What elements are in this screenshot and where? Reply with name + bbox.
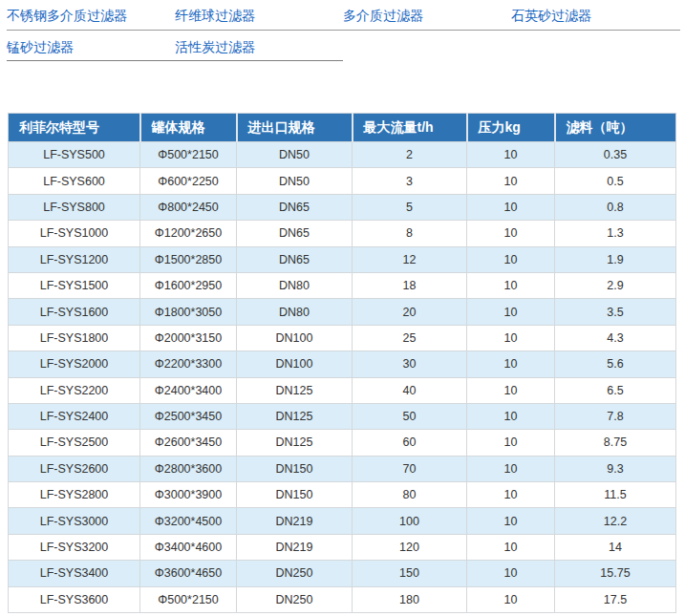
header-inlet-outlet-spec: 进出口规格: [237, 114, 353, 142]
table-cell: 10: [467, 482, 555, 508]
table-cell: DN80: [237, 299, 353, 325]
nav-link-multimedia-filter[interactable]: 多介质过滤器: [343, 8, 423, 23]
table-cell: LF-SYS2800: [9, 482, 140, 508]
table-cell: 8: [353, 221, 467, 246]
product-nav: 不锈钢多介质过滤器 纤维球过滤器 多介质过滤器 石英砂过滤器 锰砂过滤器 活性炭…: [0, 0, 685, 61]
table-row: LF-SYS800Φ800*2450DN655100.8: [9, 194, 676, 220]
table-cell: 50: [353, 403, 467, 429]
table-cell: Φ2500*3450: [140, 403, 237, 429]
table-cell: Φ2800*3600: [140, 456, 237, 481]
table-cell: 5: [353, 194, 467, 220]
nav-link-quartz-sand-filter[interactable]: 石英砂过滤器: [511, 8, 591, 23]
table-cell: 6.5: [555, 377, 676, 403]
table-cell: 80: [353, 482, 467, 508]
table-cell: 2: [353, 142, 467, 168]
table-cell: Φ3000*3900: [140, 482, 237, 508]
table-row: LF-SYS1800Φ2000*3150DN10025104.3: [9, 325, 676, 350]
table-cell: 10: [467, 194, 555, 220]
table-row: LF-SYS1600Φ1800*3050DN8020103.5: [9, 299, 676, 325]
table-cell: 15.75: [555, 561, 676, 586]
table-row: LF-SYS600Φ600*2250DN503100.5: [9, 168, 676, 194]
nav-link-activated-carbon-filter[interactable]: 活性炭过滤器: [175, 39, 255, 54]
table-cell: 10: [467, 351, 555, 377]
table-header-row: 利菲尔特型号 罐体规格 进出口规格 最大流量t/h 压力kg 滤料（吨）: [9, 114, 676, 142]
table-row: LF-SYS3200Φ3400*4600DN2191201014: [9, 534, 676, 560]
header-tank-spec: 罐体规格: [140, 114, 237, 142]
table-cell: LF-SYS3600: [9, 586, 140, 612]
table-cell: 70: [353, 456, 467, 481]
header-max-flow: 最大流量t/h: [353, 114, 467, 142]
table-cell: 5.6: [555, 351, 676, 377]
table-cell: 0.5: [555, 168, 676, 194]
table-cell: LF-SYS3400: [9, 561, 140, 586]
table-cell: LF-SYS800: [9, 194, 140, 220]
table-row: LF-SYS500Φ500*2150DN502100.35: [9, 142, 676, 168]
table-cell: 3: [353, 168, 467, 194]
table-cell: LF-SYS2600: [9, 456, 140, 481]
table-cell: 12: [353, 246, 467, 272]
table-row: LF-SYS1500Φ1600*2950DN8018102.9: [9, 272, 676, 298]
nav-link-manganese-sand-filter[interactable]: 锰砂过滤器: [7, 39, 74, 54]
table-cell: 18: [353, 272, 467, 298]
table-row: LF-SYS3400Φ3600*4650DN2501501015.75: [9, 561, 676, 586]
nav-cell: 多介质过滤器: [343, 7, 511, 24]
table-cell: Φ500*2150: [140, 142, 237, 168]
table-cell: 10: [467, 561, 555, 586]
table-cell: 180: [353, 586, 467, 612]
table-cell: Φ3200*4500: [140, 508, 237, 534]
filter-spec-table: 利菲尔特型号 罐体规格 进出口规格 最大流量t/h 压力kg 滤料（吨） LF-…: [8, 113, 676, 613]
table-cell: Φ2200*3300: [140, 351, 237, 377]
table-cell: 14: [555, 534, 676, 560]
table-cell: 10: [467, 142, 555, 168]
table-cell: LF-SYS2500: [9, 430, 140, 456]
table-cell: 1.9: [555, 246, 676, 272]
table-cell: 20: [353, 299, 467, 325]
table-cell: LF-SYS2400: [9, 403, 140, 429]
table-cell: DN100: [237, 351, 353, 377]
table-body: LF-SYS500Φ500*2150DN502100.35LF-SYS600Φ6…: [9, 142, 676, 613]
table-row: LF-SYS2400Φ2500*3450DN12550107.8: [9, 403, 676, 429]
table-cell: 8.75: [555, 430, 676, 456]
nav-link-stainless-multimedia-filter[interactable]: 不锈钢多介质过滤器: [7, 8, 127, 23]
table-cell: LF-SYS1600: [9, 299, 140, 325]
table-cell: DN65: [237, 194, 353, 220]
table-cell: 100: [353, 508, 467, 534]
table-cell: LF-SYS2200: [9, 377, 140, 403]
table-cell: DN65: [237, 246, 353, 272]
table-cell: 60: [353, 430, 467, 456]
table-cell: 11.5: [555, 482, 676, 508]
table-row: LF-SYS2200Φ2400*3400DN12540106.5: [9, 377, 676, 403]
nav-link-fiber-ball-filter[interactable]: 纤维球过滤器: [175, 8, 255, 23]
table-row: LF-SYS2000Φ2200*3300DN10030105.6: [9, 351, 676, 377]
table-cell: Φ1600*2950: [140, 272, 237, 298]
table-cell: Φ600*2250: [140, 168, 237, 194]
table-cell: DN100: [237, 325, 353, 350]
table-cell: LF-SYS2000: [9, 351, 140, 377]
table-cell: LF-SYS500: [9, 142, 140, 168]
table-cell: Φ2600*3450: [140, 430, 237, 456]
table-cell: DN65: [237, 221, 353, 246]
table-cell: DN219: [237, 508, 353, 534]
nav-cell: 不锈钢多介质过滤器: [7, 7, 175, 24]
table-cell: DN250: [237, 561, 353, 586]
table-cell: 10: [467, 299, 555, 325]
table-cell: Φ1800*3050: [140, 299, 237, 325]
table-row: LF-SYS1000Φ1200*2650DN658101.3: [9, 221, 676, 246]
table-cell: DN250: [237, 586, 353, 612]
table-cell: Φ800*2450: [140, 194, 237, 220]
table-cell: 150: [353, 561, 467, 586]
table-cell: LF-SYS1500: [9, 272, 140, 298]
table-cell: 17.5: [555, 586, 676, 612]
table-cell: Φ3600*4650: [140, 561, 237, 586]
table-cell: 10: [467, 221, 555, 246]
table-row: LF-SYS2600Φ2800*3600DN15070109.3: [9, 456, 676, 481]
table-cell: 10: [467, 403, 555, 429]
table-cell: 10: [467, 377, 555, 403]
table-cell: 4.3: [555, 325, 676, 350]
table-cell: 25: [353, 325, 467, 350]
table-cell: 10: [467, 430, 555, 456]
table-cell: Φ2000*3150: [140, 325, 237, 350]
table-cell: Φ1200*2650: [140, 221, 237, 246]
nav-cell: 石英砂过滤器: [511, 7, 679, 24]
table-cell: DN50: [237, 142, 353, 168]
